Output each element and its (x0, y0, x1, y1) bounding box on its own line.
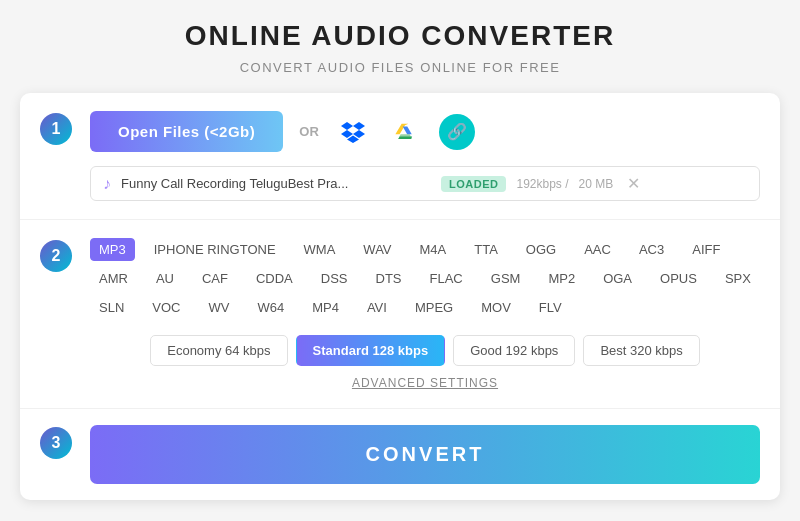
convert-button[interactable]: CONVERT (90, 425, 760, 484)
format-spx[interactable]: SPX (716, 267, 760, 290)
format-mp3[interactable]: MP3 (90, 238, 135, 261)
format-ogg[interactable]: OGG (517, 238, 565, 261)
format-w64[interactable]: W64 (248, 296, 293, 319)
quality-row: Economy 64 kbpsStandard 128 kbpsGood 192… (90, 335, 760, 366)
format-avi[interactable]: AVI (358, 296, 396, 319)
main-card: 1 Open Files (<2Gb) OR (20, 93, 780, 500)
format-dts[interactable]: DTS (367, 267, 411, 290)
format-flac[interactable]: FLAC (421, 267, 472, 290)
format-aac[interactable]: AAC (575, 238, 620, 261)
format-dss[interactable]: DSS (312, 267, 357, 290)
section-1-content: Open Files (<2Gb) OR (90, 111, 760, 201)
format-gsm[interactable]: GSM (482, 267, 530, 290)
open-files-button[interactable]: Open Files (<2Gb) (90, 111, 283, 152)
advanced-settings-link[interactable]: ADVANCED SETTINGS (90, 376, 760, 390)
format-m4a[interactable]: M4A (411, 238, 456, 261)
format-voc[interactable]: VOC (143, 296, 189, 319)
format-mp4[interactable]: MP4 (303, 296, 348, 319)
quality-standard[interactable]: Standard 128 kbps (296, 335, 446, 366)
section-3: 3 CONVERT (20, 409, 780, 500)
format-wav[interactable]: WAV (354, 238, 400, 261)
section-2-content: MP3IPHONE RINGTONEWMAWAVM4ATTAOGGAACAC3A… (90, 238, 760, 390)
format-wv[interactable]: WV (199, 296, 238, 319)
open-files-row: Open Files (<2Gb) OR (90, 111, 760, 152)
format-opus[interactable]: OPUS (651, 267, 706, 290)
step-3-badge: 3 (40, 427, 72, 459)
format-mpeg[interactable]: MPEG (406, 296, 462, 319)
format-sln[interactable]: SLN (90, 296, 133, 319)
page-title: ONLINE AUDIO CONVERTER (185, 20, 615, 52)
or-label: OR (299, 124, 319, 139)
dropbox-button[interactable] (335, 114, 371, 150)
file-close-button[interactable]: ✕ (627, 174, 640, 193)
url-button[interactable]: 🔗 (439, 114, 475, 150)
section-1: 1 Open Files (<2Gb) OR (20, 93, 780, 220)
section-3-content: CONVERT (90, 425, 760, 484)
file-size: 20 MB (579, 177, 614, 191)
format-tta[interactable]: TTA (465, 238, 507, 261)
file-row: ♪ Funny Call Recording TeluguBest Pra...… (90, 166, 760, 201)
step-2-badge: 2 (40, 240, 72, 272)
format-ac3[interactable]: AC3 (630, 238, 673, 261)
format-wma[interactable]: WMA (295, 238, 345, 261)
dropbox-icon (341, 120, 365, 144)
format-mp2[interactable]: MP2 (539, 267, 584, 290)
quality-good[interactable]: Good 192 kbps (453, 335, 575, 366)
quality-economy[interactable]: Economy 64 kbps (150, 335, 287, 366)
format-au[interactable]: AU (147, 267, 183, 290)
quality-best[interactable]: Best 320 kbps (583, 335, 699, 366)
file-bitrate: 192kbps / (516, 177, 568, 191)
format-caf[interactable]: CAF (193, 267, 237, 290)
file-name: Funny Call Recording TeluguBest Pra... (121, 176, 431, 191)
format-amr[interactable]: AMR (90, 267, 137, 290)
format-aiff[interactable]: AIFF (683, 238, 729, 261)
format-grid: MP3IPHONE RINGTONEWMAWAVM4ATTAOGGAACAC3A… (90, 238, 760, 319)
format-oga[interactable]: OGA (594, 267, 641, 290)
step-1-badge: 1 (40, 113, 72, 145)
page-subtitle: CONVERT AUDIO FILES ONLINE FOR FREE (240, 60, 561, 75)
format-mov[interactable]: MOV (472, 296, 520, 319)
google-drive-icon (394, 121, 416, 143)
format-cdda[interactable]: CDDA (247, 267, 302, 290)
file-icon: ♪ (103, 175, 111, 193)
google-drive-button[interactable] (387, 114, 423, 150)
format-flv[interactable]: FLV (530, 296, 571, 319)
loaded-badge: LOADED (441, 176, 506, 192)
section-2: 2 MP3IPHONE RINGTONEWMAWAVM4ATTAOGGAACAC… (20, 220, 780, 409)
format-iphone[interactable]: IPHONE RINGTONE (145, 238, 285, 261)
link-icon: 🔗 (447, 122, 467, 141)
